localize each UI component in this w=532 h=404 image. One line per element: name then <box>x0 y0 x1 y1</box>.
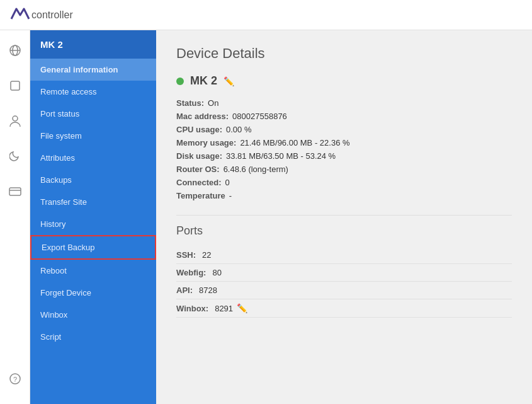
mac-label: Mac address: <box>176 112 229 121</box>
disk-row: Disk usage: 33.81 MB/63.50 MB - 53.24 % <box>176 149 512 163</box>
webfig-value: 80 <box>212 268 221 277</box>
sidebar-item-port-status[interactable]: Port status <box>30 103 156 125</box>
device-header: MK 2 ✏️ <box>176 74 512 88</box>
card-icon[interactable] <box>5 182 25 202</box>
ports-section-title: Ports <box>176 215 512 238</box>
connected-label: Connected: <box>176 178 222 187</box>
svg-rect-3 <box>11 81 20 90</box>
moon-icon[interactable] <box>5 146 25 166</box>
svg-point-4 <box>13 116 18 121</box>
cpu-row: CPU usage: 0.00 % <box>176 123 512 136</box>
cpu-value: 0.00 % <box>226 125 251 134</box>
port-row-winbox: Winbox: 8291 ✏️ <box>176 299 512 318</box>
ports-table: SSH: 22 Webfig: 80 API: 8728 Winbox: 829… <box>176 246 512 318</box>
content-area: Device Details MK 2 ✏️ Status: On Mac ad… <box>156 30 532 404</box>
header: controller <box>0 0 532 30</box>
memory-value: 21.46 MB/96.00 MB - 22.36 % <box>240 138 349 147</box>
router-os-label: Router OS: <box>176 164 220 174</box>
temperature-label: Temperature <box>176 191 225 200</box>
port-row-api: API: 8728 <box>176 282 512 299</box>
api-value: 8728 <box>199 286 217 295</box>
winbox-port-edit-icon[interactable]: ✏️ <box>237 303 247 313</box>
connected-row: Connected: 0 <box>176 176 512 189</box>
logo-text: controller <box>31 9 73 21</box>
help-icon[interactable]: ? <box>5 374 25 394</box>
sidebar-item-backups[interactable]: Backups <box>30 169 156 191</box>
sidebar-item-transfer-site[interactable]: Transfer Site <box>30 191 156 213</box>
cpu-label: CPU usage: <box>176 125 222 134</box>
sidebar-item-forget-device[interactable]: Forget Device <box>30 282 156 304</box>
sidebar-item-export-backup[interactable]: Export Backup <box>30 235 156 260</box>
router-os-row: Router OS: 6.48.6 (long-term) <box>176 163 512 176</box>
device-info-table: Status: On Mac address: 080027558876 CPU… <box>176 96 512 202</box>
sidebar-item-reboot[interactable]: Reboot <box>30 260 156 282</box>
memory-row: Memory usage: 21.46 MB/96.00 MB - 22.36 … <box>176 136 512 149</box>
sidebar-item-general-information[interactable]: General information <box>30 59 156 81</box>
disk-label: Disk usage: <box>176 151 222 161</box>
status-label: Status: <box>176 98 204 108</box>
device-name-edit-icon[interactable]: ✏️ <box>224 76 234 86</box>
sidebar-item-attributes[interactable]: Attributes <box>30 147 156 169</box>
sidebar-item-remote-access[interactable]: Remote access <box>30 81 156 103</box>
port-row-webfig: Webfig: 80 <box>176 264 512 282</box>
disk-value: 33.81 MB/63.50 MB - 53.24 % <box>226 151 336 161</box>
status-row: Status: On <box>176 96 512 110</box>
svg-text:?: ? <box>13 376 17 383</box>
sidebar-item-winbox[interactable]: Winbox <box>30 304 156 326</box>
winbox-port-value: 8291 <box>215 304 233 313</box>
temperature-value: - <box>229 191 232 200</box>
temperature-row: Temperature - <box>176 189 512 202</box>
status-value: On <box>208 98 218 108</box>
square-icon[interactable] <box>5 76 25 96</box>
mac-value: 080027558876 <box>232 112 287 121</box>
icon-bar: ? <box>0 30 30 404</box>
main-layout: ? MK 2 General information Remote access… <box>0 30 532 404</box>
ssh-label: SSH: <box>176 250 196 260</box>
device-name: MK 2 <box>190 74 217 88</box>
logo: controller <box>10 5 73 25</box>
webfig-label: Webfig: <box>176 268 206 277</box>
port-row-ssh: SSH: 22 <box>176 246 512 264</box>
sidebar-item-file-system[interactable]: File system <box>30 125 156 147</box>
ssh-value: 22 <box>202 250 211 260</box>
svg-rect-5 <box>9 188 21 195</box>
page-title: Device Details <box>176 45 512 62</box>
sidebar: MK 2 General information Remote access P… <box>30 30 156 404</box>
router-os-value: 6.48.6 (long-term) <box>224 164 288 174</box>
sidebar-item-history[interactable]: History <box>30 213 156 235</box>
sidebar-item-script[interactable]: Script <box>30 326 156 348</box>
api-label: API: <box>176 286 193 295</box>
person-icon[interactable] <box>5 111 25 131</box>
winbox-port-label: Winbox: <box>176 304 208 313</box>
memory-label: Memory usage: <box>176 138 236 147</box>
mac-row: Mac address: 080027558876 <box>176 110 512 123</box>
status-indicator <box>176 78 184 85</box>
globe-icon[interactable] <box>5 40 25 61</box>
connected-value: 0 <box>225 178 230 187</box>
sidebar-title: MK 2 <box>30 30 156 59</box>
logo-icon <box>10 5 30 25</box>
